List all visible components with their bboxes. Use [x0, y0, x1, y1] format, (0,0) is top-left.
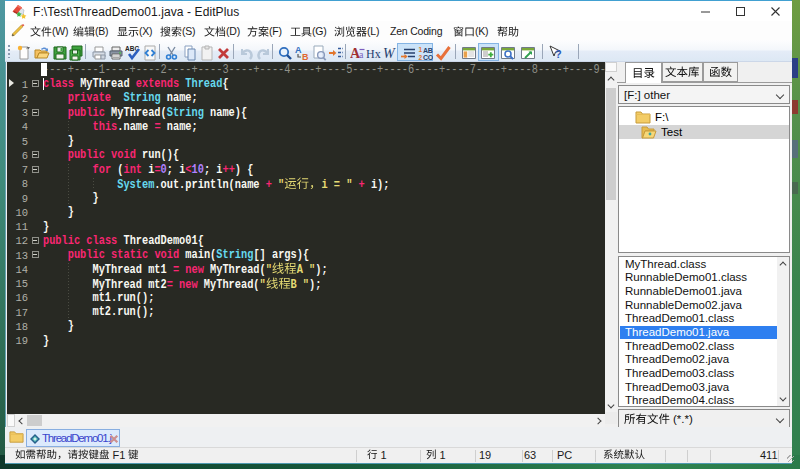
svg-text:Hx: Hx	[366, 47, 381, 61]
svg-text:?: ?	[555, 48, 562, 60]
svg-text:AB: AB	[423, 47, 433, 54]
svg-text:2: 2	[419, 54, 423, 61]
svg-text:W: W	[383, 46, 396, 61]
svg-text:1: 1	[419, 46, 423, 53]
svg-text:a: a	[359, 49, 364, 60]
svg-text:A: A	[295, 45, 302, 55]
svg-text:CO: CO	[423, 54, 433, 61]
svg-text:B: B	[302, 52, 309, 61]
